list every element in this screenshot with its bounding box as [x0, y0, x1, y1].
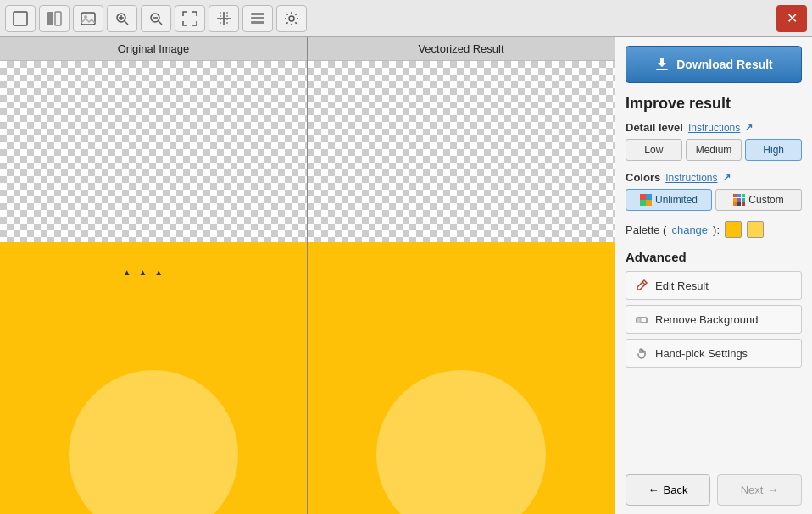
custom-color-icon: [733, 194, 745, 206]
vectorized-image-content: [308, 242, 615, 514]
birds: ▲ ▲ ▲: [123, 268, 165, 277]
svg-rect-20: [656, 69, 668, 70]
vectorized-panel-content: [308, 61, 615, 514]
svg-line-34: [642, 282, 645, 285]
svg-rect-18: [251, 21, 264, 24]
external-link-icon: ↗: [745, 122, 753, 133]
advanced-title: Advanced: [626, 250, 802, 264]
hand-icon: [635, 346, 648, 360]
palette-swatch-1[interactable]: [725, 221, 742, 238]
canvas-panels: Original Image ▲ ▲ ▲ Vectorized Result: [0, 37, 615, 514]
pencil-icon: [635, 279, 648, 292]
colors-external-link-icon: ↗: [723, 172, 731, 183]
settings-btn[interactable]: [276, 5, 307, 32]
hand-pick-settings-label: Hand-pick Settings: [655, 347, 748, 360]
unlimited-color-icon: [640, 194, 652, 206]
svg-rect-23: [640, 200, 646, 206]
svg-rect-24: [646, 200, 652, 206]
eraser-icon: [635, 312, 648, 326]
colors-custom-btn[interactable]: Custom: [715, 189, 802, 211]
svg-rect-1: [47, 12, 53, 25]
fit-window-btn[interactable]: [5, 5, 36, 32]
palette-change-link[interactable]: change: [671, 224, 708, 236]
image-btn[interactable]: [73, 5, 103, 32]
download-label: Download Result: [676, 58, 773, 71]
remove-background-btn[interactable]: Remove Background: [626, 305, 802, 334]
download-icon: [654, 57, 670, 72]
svg-rect-36: [637, 318, 641, 323]
svg-rect-32: [737, 202, 741, 206]
detail-low-btn[interactable]: Low: [626, 139, 682, 161]
palette-swatch-2[interactable]: [747, 221, 764, 238]
original-image-content: ▲ ▲ ▲: [0, 242, 307, 514]
svg-rect-28: [733, 198, 737, 202]
svg-rect-30: [742, 198, 745, 202]
colors-options: Unlimited Custom: [626, 189, 802, 211]
svg-rect-21: [640, 194, 646, 200]
svg-rect-16: [251, 13, 264, 15]
zoom-in-btn[interactable]: [107, 5, 137, 32]
list-btn[interactable]: [242, 5, 273, 32]
vectorized-panel: Vectorized Result: [308, 37, 615, 514]
detail-level-options: Low Medium High: [626, 139, 802, 161]
main-layout: Original Image ▲ ▲ ▲ Vectorized Result: [0, 37, 812, 514]
edit-result-label: Edit Result: [655, 279, 709, 292]
fullscreen-btn[interactable]: [175, 5, 205, 32]
svg-rect-27: [742, 194, 745, 197]
next-arrow-icon: →: [767, 484, 778, 496]
next-label: Next: [741, 484, 764, 496]
colors-unlimited-btn[interactable]: Unlimited: [626, 189, 712, 211]
detail-high-btn[interactable]: High: [745, 139, 802, 161]
original-panel: Original Image ▲ ▲ ▲: [0, 37, 308, 514]
original-panel-content: ▲ ▲ ▲: [0, 61, 307, 514]
svg-line-8: [125, 21, 128, 25]
split-view-btn[interactable]: [39, 5, 70, 32]
hand-pick-settings-btn[interactable]: Hand-pick Settings: [626, 339, 802, 368]
close-icon: ✕: [787, 10, 798, 26]
svg-rect-26: [737, 194, 741, 197]
right-panel: Download Result Improve result Detail le…: [615, 37, 812, 514]
zoom-out-btn[interactable]: [141, 5, 171, 32]
close-btn[interactable]: ✕: [776, 5, 807, 32]
back-btn[interactable]: ← Back: [626, 474, 710, 506]
improve-title: Improve result: [626, 95, 802, 113]
original-panel-label: Original Image: [0, 37, 307, 61]
svg-rect-17: [251, 17, 264, 19]
palette-row: Palette ( change ):: [626, 221, 802, 238]
svg-rect-0: [14, 12, 27, 25]
detail-level-label: Detail level Instructions ↗: [626, 121, 802, 134]
back-label: Back: [664, 484, 688, 496]
svg-rect-29: [737, 198, 741, 202]
remove-background-label: Remove Background: [655, 313, 758, 326]
grid-btn[interactable]: [209, 5, 239, 32]
nav-row: ← Back Next →: [626, 464, 802, 506]
svg-rect-22: [646, 194, 652, 200]
colors-label: Colors Instructions ↗: [626, 171, 802, 184]
back-arrow-icon: ←: [648, 484, 659, 496]
edit-result-btn[interactable]: Edit Result: [626, 271, 802, 300]
svg-rect-33: [742, 202, 745, 206]
palette-label: Palette (: [626, 224, 666, 236]
svg-line-11: [159, 21, 162, 25]
next-btn[interactable]: Next →: [717, 474, 802, 506]
palette-close-paren: ):: [713, 224, 720, 236]
svg-point-19: [289, 16, 294, 21]
svg-rect-25: [733, 194, 737, 197]
colors-instructions-link[interactable]: Instructions: [665, 172, 717, 184]
download-result-btn[interactable]: Download Result: [626, 46, 802, 83]
svg-rect-3: [81, 13, 95, 25]
detail-medium-btn[interactable]: Medium: [686, 139, 742, 161]
detail-instructions-link[interactable]: Instructions: [688, 122, 740, 134]
svg-rect-31: [733, 202, 737, 206]
svg-rect-2: [55, 12, 61, 25]
vectorized-panel-label: Vectorized Result: [308, 37, 615, 61]
toolbar: ✕: [0, 0, 812, 37]
canvas-area: Original Image ▲ ▲ ▲ Vectorized Result: [0, 37, 615, 514]
